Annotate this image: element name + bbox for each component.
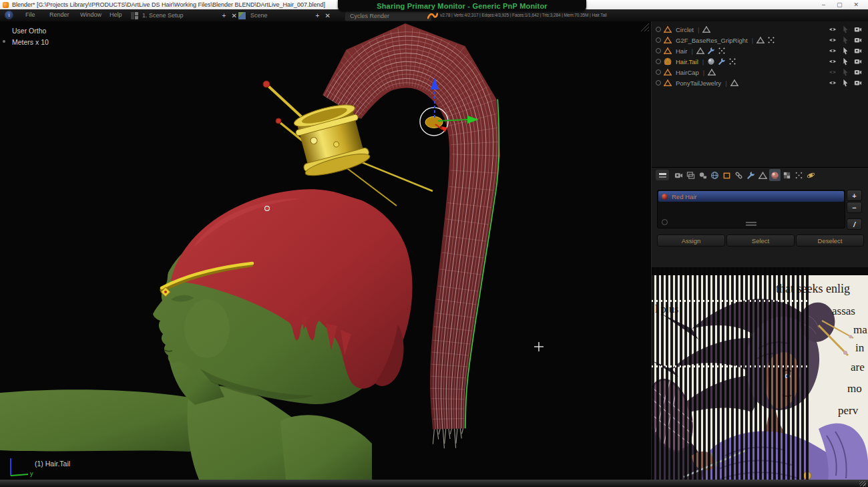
- page-text-line5: are: [851, 361, 865, 374]
- menu-window[interactable]: Window: [80, 11, 101, 18]
- modifier-wrench-icon: [707, 47, 715, 55]
- tab-object-data[interactable]: [757, 169, 769, 181]
- selectability-cursor-icon[interactable]: [841, 79, 849, 87]
- slot-specials-button[interactable]: /: [847, 218, 862, 230]
- tab-constraints[interactable]: [733, 169, 744, 181]
- modifier-wrench-icon: [718, 57, 726, 65]
- maximize-button[interactable]: ▢: [837, 1, 843, 8]
- scene-value[interactable]: Scene: [250, 12, 268, 19]
- render-engine-dropdown[interactable]: Cycles Render: [345, 11, 432, 21]
- outliner-item-name-active[interactable]: Hair.Tail: [676, 58, 698, 65]
- selectability-cursor-icon[interactable]: [841, 57, 849, 65]
- properties-editor: Red Hair + − / Assign Select Deselect: [652, 167, 868, 268]
- add-material-slot-button[interactable]: +: [847, 190, 862, 201]
- properties-tabs: [673, 169, 817, 181]
- minimize-button[interactable]: –: [822, 1, 825, 8]
- selectability-cursor-icon[interactable]: [841, 47, 849, 55]
- screen-layout-selector[interactable]: 1. Scene Setup + ✕: [131, 11, 237, 20]
- material-slot-list[interactable]: Red Hair: [657, 190, 845, 228]
- expand-dot-icon[interactable]: [656, 48, 661, 53]
- outliner-row-hair[interactable]: Hair |: [652, 45, 868, 56]
- axis-y-label: y: [30, 470, 33, 477]
- screen-layout-value[interactable]: 1. Scene Setup: [142, 12, 184, 19]
- render-camera-icon[interactable]: [854, 79, 862, 87]
- outliner-item-name[interactable]: Circlet: [676, 26, 694, 33]
- outliner-item-name[interactable]: G2F_BaseRes_GripRight: [676, 37, 748, 44]
- editor-type-button[interactable]: [656, 170, 669, 180]
- mesh-data-icon: [730, 79, 738, 87]
- menu-render[interactable]: Render: [49, 11, 69, 18]
- row-separator: |: [752, 37, 753, 44]
- assign-button[interactable]: Assign: [657, 234, 725, 247]
- screen-share-banner-text: Sharing Primary Monitor - Generic PnP Mo…: [377, 2, 548, 10]
- material-slot-red-hair[interactable]: Red Hair: [658, 191, 844, 202]
- selectability-cursor-icon[interactable]: [841, 36, 849, 44]
- scene-close-button[interactable]: ✕: [324, 12, 330, 19]
- outliner-item-name[interactable]: PonyTailJewelry: [676, 79, 721, 87]
- page-text-line4: in: [855, 341, 864, 355]
- remove-material-slot-button[interactable]: −: [847, 202, 862, 213]
- expand-dot-icon[interactable]: [656, 37, 661, 43]
- render-camera-icon[interactable]: [854, 36, 862, 44]
- outliner-row-hairtail[interactable]: Hair.Tail |: [652, 56, 868, 67]
- screen-layout-close-button[interactable]: ✕: [231, 12, 236, 19]
- slot-options-icon[interactable]: [662, 219, 668, 225]
- reference-image-editor[interactable]: that seeks enlig l plus assas ma in are …: [652, 267, 868, 480]
- tab-render[interactable]: [673, 169, 684, 181]
- edge-marker-dot: [3, 40, 5, 43]
- outliner-item-name[interactable]: Hair: [676, 47, 687, 55]
- area-corner-widget[interactable]: [640, 23, 650, 32]
- menu-file[interactable]: File: [25, 11, 35, 18]
- close-button[interactable]: ✕: [853, 1, 859, 8]
- expand-dot-icon[interactable]: [656, 59, 661, 64]
- page-text-line2: assas: [832, 305, 855, 318]
- outliner[interactable]: Circlet | G2F_BaseRes_GripRight |: [652, 21, 868, 167]
- render-camera-icon[interactable]: [854, 57, 862, 65]
- expand-dot-icon[interactable]: [656, 27, 661, 32]
- outliner-row-circlet[interactable]: Circlet |: [652, 24, 868, 35]
- outliner-item-name[interactable]: HairCap: [676, 69, 699, 76]
- outliner-row-haircap[interactable]: HairCap |: [652, 67, 868, 77]
- selectability-cursor-icon[interactable]: [841, 25, 849, 33]
- tab-physics[interactable]: [805, 169, 817, 181]
- vertex-group-dots-icon: [767, 36, 775, 44]
- visibility-eye-icon[interactable]: [829, 36, 837, 44]
- tab-texture[interactable]: [781, 169, 793, 181]
- render-camera-icon[interactable]: [854, 68, 862, 76]
- tab-material[interactable]: [769, 169, 781, 181]
- scene-add-button[interactable]: +: [316, 12, 320, 19]
- outliner-row-g2f[interactable]: G2F_BaseRes_GripRight |: [652, 35, 868, 45]
- crosshair-cursor: [534, 342, 544, 351]
- selectability-cursor-icon[interactable]: [841, 68, 849, 76]
- list-resize-grip[interactable]: [746, 222, 756, 226]
- screen-layout-add-button[interactable]: +: [222, 12, 226, 19]
- render-engine-value: Cycles Render: [350, 13, 389, 19]
- deselect-button[interactable]: Deselect: [796, 234, 864, 247]
- tab-world[interactable]: [709, 169, 720, 181]
- info-editor-icon[interactable]: i: [5, 11, 13, 19]
- tab-particles[interactable]: [793, 169, 805, 181]
- visibility-eye-icon[interactable]: [829, 68, 837, 76]
- tab-render-layers[interactable]: [685, 169, 696, 181]
- right-panel: Circlet | G2F_BaseRes_GripRight |: [651, 21, 868, 480]
- vertex-group-dots-icon: [718, 47, 726, 55]
- window-resize-grip[interactable]: [859, 481, 866, 486]
- row-separator: |: [698, 26, 699, 33]
- select-button[interactable]: Select: [726, 234, 795, 247]
- menu-help[interactable]: Help: [110, 11, 122, 18]
- render-camera-icon[interactable]: [854, 47, 862, 55]
- visibility-eye-icon[interactable]: [829, 25, 837, 33]
- scene-selector[interactable]: Scene + ✕: [238, 11, 331, 20]
- visibility-eye-icon[interactable]: [829, 47, 837, 55]
- outliner-row-ponytailjewelry[interactable]: PonyTailJewelry |: [652, 77, 868, 88]
- visibility-eye-icon[interactable]: [829, 79, 837, 87]
- visibility-eye-icon[interactable]: [829, 57, 837, 65]
- expand-dot-icon[interactable]: [656, 69, 661, 75]
- render-camera-icon[interactable]: [854, 25, 862, 33]
- tab-object[interactable]: [721, 169, 732, 181]
- surface-data-icon: [707, 57, 715, 65]
- expand-dot-icon[interactable]: [656, 80, 661, 86]
- tab-modifiers[interactable]: [745, 169, 756, 181]
- tab-scene[interactable]: [697, 169, 708, 181]
- viewport-3d[interactable]: y User Ortho Meters x 10 (1) Hair.Tail: [0, 21, 651, 480]
